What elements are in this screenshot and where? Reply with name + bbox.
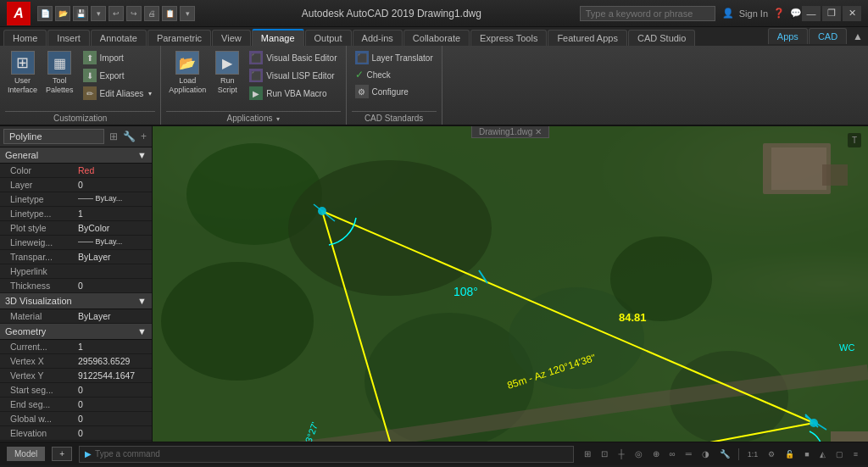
saveas-icon[interactable]: ▾ bbox=[91, 6, 106, 21]
lisp-editor-button[interactable]: ⬛ Visual LISP Editor bbox=[246, 67, 340, 84]
grid-toggle[interactable]: ⊞ bbox=[581, 449, 594, 459]
section-geometry-header[interactable]: Geometry ▼ bbox=[0, 324, 152, 340]
section-3d-header[interactable]: 3D Visualization ▼ bbox=[0, 293, 152, 309]
customization-label: Customization bbox=[5, 111, 155, 123]
undo-icon[interactable]: ↩ bbox=[108, 6, 124, 21]
import-icon: ⬆ bbox=[83, 51, 97, 64]
osnap-toggle[interactable]: ⊕ bbox=[649, 449, 663, 459]
svg-rect-9 bbox=[771, 147, 826, 190]
tab-addins[interactable]: Add-ins bbox=[353, 30, 403, 46]
tab-manage[interactable]: Manage bbox=[252, 29, 304, 46]
search-input[interactable] bbox=[580, 6, 715, 21]
help-icon[interactable]: ❓ bbox=[773, 8, 785, 19]
section-general-header[interactable]: General ▼ bbox=[0, 147, 152, 164]
otrack-toggle[interactable]: ∞ bbox=[666, 449, 679, 459]
transparency-toggle[interactable]: ◑ bbox=[698, 449, 713, 459]
user-interface-icon: ⊞ bbox=[11, 51, 35, 75]
applications-dropdown[interactable]: ▾ bbox=[276, 115, 280, 123]
more-icon[interactable]: ▾ bbox=[180, 6, 195, 21]
section-general-content: Color Red Layer 0 Linetype —— ByLay... L… bbox=[0, 164, 152, 293]
hardware-accel[interactable]: ■ bbox=[801, 450, 812, 459]
tab-view[interactable]: View bbox=[212, 30, 251, 46]
object-type-dropdown[interactable]: Polyline bbox=[3, 129, 104, 144]
titlebar: A 📄 📂 💾 ▾ ↩ ↪ 🖨 📋 ▾ Autodesk AutoCAD 201… bbox=[0, 0, 868, 27]
lineweight-toggle[interactable]: ═ bbox=[682, 449, 695, 459]
lisp-editor-icon: ⬛ bbox=[249, 69, 263, 82]
svg-point-2 bbox=[288, 160, 492, 296]
view-options[interactable]: T bbox=[848, 133, 861, 147]
tab-collaborate[interactable]: Collaborate bbox=[403, 30, 470, 46]
quick-access-toolbar: 📄 📂 💾 ▾ ↩ ↪ 🖨 📋 ▾ bbox=[37, 6, 195, 21]
model-tab[interactable]: Model bbox=[7, 447, 45, 461]
svg-text:84.81: 84.81 bbox=[619, 311, 647, 324]
select-all-icon[interactable]: ⊞ bbox=[108, 129, 120, 144]
command-prompt-placeholder: Type a command bbox=[95, 449, 160, 459]
prop-row-lineweight: Lineweig... —— ByLay... bbox=[0, 236, 152, 250]
tool-palettes-button[interactable]: ▦ ToolPalettes bbox=[43, 49, 76, 97]
tab-cad[interactable]: CAD bbox=[809, 28, 847, 44]
quick-select-icon[interactable]: 🔧 bbox=[121, 129, 137, 144]
section-3d-content: Material ByLayer bbox=[0, 309, 152, 324]
command-prompt-icon: ▶ bbox=[85, 449, 92, 459]
import-button[interactable]: ⬆ Import bbox=[80, 49, 156, 66]
prop-row-plot-style: Plot style ByColor bbox=[0, 221, 152, 236]
restore-button[interactable]: ❐ bbox=[822, 6, 841, 21]
clean-screen[interactable]: ▢ bbox=[832, 450, 847, 459]
map-viewport[interactable]: 108° 84.81 85m - Az 120°14'38" 170° 53°2… bbox=[153, 126, 868, 442]
add-to-selection-icon[interactable]: + bbox=[139, 129, 148, 144]
comms-icon[interactable]: 💬 bbox=[790, 8, 802, 19]
section-geometry-content: Current... 1 Vertex X 295963.6529 Vertex… bbox=[0, 340, 152, 442]
cad-standards-col: ⬛ Layer Translator ✓ Check ⚙ Configure bbox=[352, 49, 437, 100]
tab-parametric[interactable]: Parametric bbox=[147, 30, 211, 46]
tab-featured[interactable]: Featured Apps bbox=[548, 30, 627, 46]
load-application-button[interactable]: 📂 LoadApplication bbox=[166, 49, 209, 97]
annotation-scale[interactable]: 1:1 bbox=[744, 450, 762, 459]
properties-panel: Polyline ⊞ 🔧 + General ▼ Color Red Layer… bbox=[0, 126, 153, 442]
tab-cadstudio[interactable]: CAD Studio bbox=[628, 30, 695, 46]
run-script-button[interactable]: ▶ RunScript bbox=[212, 49, 242, 97]
tab-insert[interactable]: Insert bbox=[47, 30, 90, 46]
check-button[interactable]: ✓ Check bbox=[352, 67, 437, 82]
save-icon[interactable]: 💾 bbox=[73, 6, 88, 21]
tool-palettes-icon: ▦ bbox=[47, 51, 71, 75]
run-vba-macro-button[interactable]: ▶ Run VBA Macro bbox=[246, 85, 340, 102]
edit-aliases-button[interactable]: ✏ Edit Aliases ▾ bbox=[80, 85, 156, 102]
plot-icon[interactable]: 📋 bbox=[162, 6, 177, 21]
open-icon[interactable]: 📂 bbox=[55, 6, 70, 21]
configure-button[interactable]: ⚙ Configure bbox=[352, 83, 437, 100]
layer-translator-button[interactable]: ⬛ Layer Translator bbox=[352, 49, 437, 66]
tab-annotate[interactable]: Annotate bbox=[91, 30, 147, 46]
command-input-area[interactable]: ▶ Type a command bbox=[79, 446, 574, 463]
tab-express[interactable]: Express Tools bbox=[470, 30, 547, 46]
user-interface-button[interactable]: ⊞ UserInterface bbox=[5, 49, 40, 97]
prop-row-material: Material ByLayer bbox=[0, 309, 152, 324]
quickprops-toggle[interactable]: 🔧 bbox=[716, 449, 733, 459]
isolate-objects[interactable]: ◭ bbox=[816, 450, 829, 459]
status-icons: ⊞ ⊡ ┼ ◎ ⊕ ∞ ═ ◑ 🔧 1:1 ⚙ 🔓 ■ ◭ ▢ ≡ bbox=[581, 448, 861, 460]
workspace-switcher[interactable]: ⚙ bbox=[765, 450, 778, 459]
prop-row-linetype-scale: Linetype... 1 bbox=[0, 207, 152, 221]
tab-output[interactable]: Output bbox=[305, 30, 352, 46]
prop-row-transparency: Transpar... ByLayer bbox=[0, 250, 152, 264]
new-icon[interactable]: 📄 bbox=[37, 6, 53, 21]
drawing-tab[interactable]: Drawing1.dwg ✕ bbox=[471, 126, 549, 138]
minimize-button[interactable]: — bbox=[802, 6, 821, 21]
snap-toggle[interactable]: ⊡ bbox=[598, 449, 611, 459]
customize-status[interactable]: ≡ bbox=[850, 450, 861, 459]
prop-row-global-w: Global w... 0 bbox=[0, 412, 152, 426]
ortho-toggle[interactable]: ┼ bbox=[615, 449, 627, 459]
polar-toggle[interactable]: ◎ bbox=[632, 449, 646, 459]
tab-apps[interactable]: Apps bbox=[768, 28, 808, 44]
prop-row-vertex-x: Vertex X 295963.6529 bbox=[0, 354, 152, 369]
layout-plus-tab[interactable]: + bbox=[52, 447, 72, 461]
tab-home[interactable]: Home bbox=[3, 30, 47, 46]
app-icon: A bbox=[7, 2, 31, 25]
lock-ui[interactable]: 🔓 bbox=[782, 450, 798, 459]
print-icon[interactable]: 🖨 bbox=[144, 6, 159, 21]
redo-icon[interactable]: ↪ bbox=[126, 6, 142, 21]
close-button[interactable]: ✕ bbox=[843, 6, 861, 21]
panel-toggle[interactable]: ▲ bbox=[848, 29, 868, 44]
export-button[interactable]: ⬇ Export bbox=[80, 67, 156, 84]
signin-label[interactable]: Sign In bbox=[739, 8, 768, 19]
vba-editor-button[interactable]: ⬛ Visual Basic Editor bbox=[246, 49, 340, 66]
